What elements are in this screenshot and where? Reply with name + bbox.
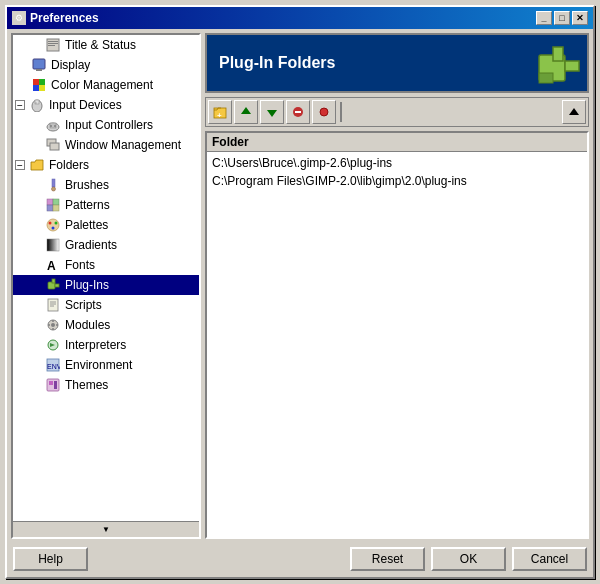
svg-rect-51 [565,61,579,71]
svg-rect-53 [539,73,553,83]
sidebar-label-folders: Folders [49,158,89,172]
sidebar-label-scripts: Scripts [65,298,102,312]
bottom-left: Help [13,547,88,571]
expander-input-controllers [29,118,43,132]
svg-rect-32 [55,284,59,287]
expander-color-mgmt [15,78,29,92]
sidebar-label-display: Display [51,58,90,72]
sidebar-label-environment: Environment [65,358,132,372]
sidebar-label-fonts: Fonts [65,258,95,272]
reset-button[interactable]: Reset [350,547,425,571]
svg-rect-7 [39,79,45,85]
close-button[interactable]: ✕ [572,11,588,25]
svg-rect-52 [553,47,563,61]
move-up-button[interactable] [234,100,258,124]
cancel-button[interactable]: Cancel [512,547,587,571]
toolbar-separator [340,102,342,122]
preferences-window: ⚙ Preferences _ □ ✕ Title & [5,5,595,579]
sidebar-item-title-status[interactable]: Title & Status [13,35,199,55]
sidebar-item-window-management[interactable]: Window Management [13,135,199,155]
folder-list-items[interactable]: C:\Users\Bruce\.gimp-2.6\plug-ins C:\Pro… [207,152,587,537]
bottom-right: Reset OK Cancel [350,547,587,571]
right-panel: Plug-In Folders + [205,33,589,539]
sidebar-item-gradients[interactable]: Gradients [13,235,199,255]
folder-item-1[interactable]: C:\Program Files\GIMP-2.0\lib\gimp\2.0\p… [207,172,587,190]
icon-window-management [45,137,61,153]
svg-rect-11 [35,100,39,104]
svg-text:ENV: ENV [47,363,60,370]
svg-rect-48 [49,381,53,385]
sidebar-item-modules[interactable]: Modules [13,315,199,335]
svg-rect-5 [36,69,42,71]
svg-rect-49 [54,381,57,389]
expander-input-devices[interactable]: − [15,100,25,110]
icon-title-status [45,37,61,53]
toolbar-panel: + [205,97,589,127]
window-content: Title & Status Display C [7,29,593,577]
maximize-button[interactable]: □ [554,11,570,25]
sidebar-label-patterns: Patterns [65,198,110,212]
folder-list: Folder C:\Users\Bruce\.gimp-2.6\plug-ins… [205,131,589,539]
sidebar-scroll[interactable]: Title & Status Display C [13,35,199,521]
sidebar-label-input-devices: Input Devices [49,98,122,112]
svg-rect-9 [39,85,45,91]
sidebar-label-brushes: Brushes [65,178,109,192]
sidebar-label-interpreters: Interpreters [65,338,126,352]
sidebar-item-brushes[interactable]: Brushes [13,175,199,195]
sidebar-item-palettes[interactable]: Palettes [13,215,199,235]
window-title: Preferences [30,11,99,25]
sidebar-item-fonts[interactable]: A Fonts [13,255,199,275]
sidebar-item-environment[interactable]: ENV Environment [13,355,199,375]
sidebar-item-input-devices[interactable]: − Input Devices [13,95,199,115]
svg-rect-33 [52,279,55,283]
sidebar-label-themes: Themes [65,378,108,392]
folder-item-0[interactable]: C:\Users\Bruce\.gimp-2.6\plug-ins [207,154,587,172]
sidebar-item-patterns[interactable]: Patterns [13,195,199,215]
main-area: Title & Status Display C [11,33,589,539]
icon-environment: ENV [45,357,61,373]
window-icon: ⚙ [12,11,26,25]
sidebar-scroll-down[interactable]: ▼ [13,521,199,537]
new-folder-button[interactable]: + [208,100,232,124]
scroll-up-button[interactable] [562,100,586,124]
delete-button[interactable] [286,100,310,124]
svg-rect-3 [48,45,55,46]
refresh-button[interactable] [312,100,336,124]
svg-rect-8 [33,85,39,91]
sidebar-label-title-status: Title & Status [65,38,136,52]
title-bar: ⚙ Preferences _ □ ✕ [7,7,593,29]
sidebar-item-input-controllers[interactable]: Input Controllers [13,115,199,135]
sidebar-item-themes[interactable]: Themes [13,375,199,395]
sidebar-label-palettes: Palettes [65,218,108,232]
icon-scripts [45,297,61,313]
sidebar-item-color-management[interactable]: Color Management [13,75,199,95]
icon-brushes [45,177,61,193]
svg-rect-23 [47,205,53,211]
bottom-bar: Help Reset OK Cancel [11,543,589,573]
svg-rect-4 [33,59,45,69]
icon-input-controllers [45,117,61,133]
sidebar-label-modules: Modules [65,318,110,332]
icon-plug-ins [45,277,61,293]
svg-rect-18 [50,143,59,150]
sidebar-item-folders[interactable]: − Folders [13,155,199,175]
help-button[interactable]: Help [13,547,88,571]
expander-themes [29,378,43,392]
svg-point-27 [55,222,58,225]
svg-marker-56 [241,107,251,114]
sidebar-item-display[interactable]: Display [13,55,199,75]
expander-plug-ins [29,278,43,292]
icon-color-management [31,77,47,93]
expander-folders[interactable]: − [15,160,25,170]
sidebar-item-interpreters[interactable]: Interpreters [13,335,199,355]
icon-modules [45,317,61,333]
icon-display [31,57,47,73]
svg-point-26 [49,222,52,225]
svg-text:+: + [217,111,222,119]
minimize-button[interactable]: _ [536,11,552,25]
move-down-button[interactable] [260,100,284,124]
ok-button[interactable]: OK [431,547,506,571]
sidebar-item-plug-ins[interactable]: Plug-Ins [13,275,199,295]
expander-gradients [29,238,43,252]
sidebar-item-scripts[interactable]: Scripts [13,295,199,315]
